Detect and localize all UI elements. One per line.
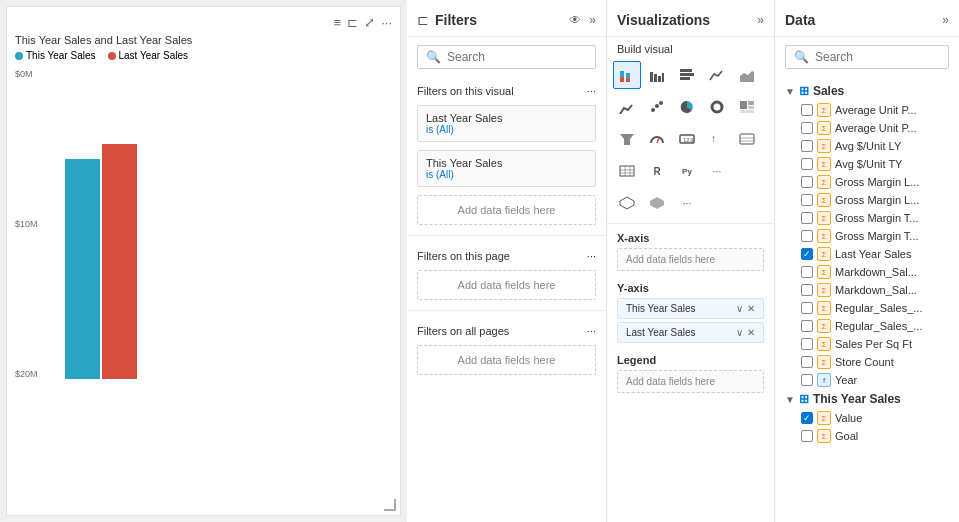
viz-xaxis-placeholder[interactable]: Add data fields here: [617, 248, 764, 271]
list-item[interactable]: Σ Markdown_Sal...: [781, 263, 953, 281]
field-icon-sigma: Σ: [817, 103, 831, 117]
list-item[interactable]: Σ Sales Per Sq Ft: [781, 335, 953, 353]
clustered-bar-chart-icon[interactable]: [643, 61, 671, 89]
slicer-icon[interactable]: [733, 125, 761, 153]
add-data-page-btn[interactable]: Add data fields here: [417, 270, 596, 300]
viz-yaxis-field-1-chevron[interactable]: ∨: [736, 327, 743, 338]
python-visual-icon[interactable]: Py: [673, 157, 701, 185]
matrix-icon[interactable]: R: [643, 157, 671, 185]
hamburger-icon[interactable]: ≡: [334, 15, 342, 30]
viz-yaxis-field-0-close[interactable]: ✕: [747, 303, 755, 314]
filled-map-icon[interactable]: [643, 189, 671, 217]
filters-all-pages-more[interactable]: ···: [587, 325, 596, 337]
list-item[interactable]: Σ Avg $/Unit TY: [781, 155, 953, 173]
item-checkbox[interactable]: [801, 230, 813, 242]
area-chart-icon[interactable]: [733, 61, 761, 89]
more-options-icon[interactable]: ···: [673, 189, 701, 217]
list-item[interactable]: ✓ Σ Last Year Sales: [781, 245, 953, 263]
item-checkbox-checked[interactable]: ✓: [801, 412, 813, 424]
chart-resize-handle[interactable]: [384, 499, 396, 511]
treemap-icon[interactable]: [733, 93, 761, 121]
list-item[interactable]: Σ Average Unit P...: [781, 101, 953, 119]
svg-rect-10: [680, 69, 692, 72]
viz-yaxis-field-1[interactable]: Last Year Sales ∨ ✕: [617, 322, 764, 343]
svg-rect-1: [620, 77, 624, 82]
filter-card-this-year[interactable]: This Year Sales is (All): [417, 150, 596, 187]
focus-icon[interactable]: ⤢: [364, 15, 375, 30]
filters-search-input[interactable]: [447, 50, 587, 64]
svg-rect-17: [740, 101, 747, 109]
item-checkbox[interactable]: [801, 194, 813, 206]
list-item[interactable]: f Year: [781, 371, 953, 389]
more-options-icon[interactable]: ···: [381, 15, 392, 30]
pie-chart-icon[interactable]: [673, 93, 701, 121]
add-data-allpages-btn[interactable]: Add data fields here: [417, 345, 596, 375]
list-item[interactable]: Σ Goal: [781, 427, 953, 445]
viz-yaxis-section: Y-axis This Year Sales ∨ ✕ Last Year Sal…: [607, 278, 774, 350]
filters-on-visual-more[interactable]: ···: [587, 85, 596, 97]
add-data-visual-btn[interactable]: Add data fields here: [417, 195, 596, 225]
filters-expand-icon[interactable]: »: [589, 13, 596, 27]
viz-yaxis-field-0[interactable]: This Year Sales ∨ ✕: [617, 298, 764, 319]
scatter-chart-icon[interactable]: [643, 93, 671, 121]
item-checkbox[interactable]: [801, 104, 813, 116]
tree-group-sales[interactable]: ▼ ⊞ Sales: [781, 81, 953, 101]
item-checkbox[interactable]: [801, 356, 813, 368]
data-search-box[interactable]: 🔍: [785, 45, 949, 69]
list-item[interactable]: Σ Regular_Sales_...: [781, 317, 953, 335]
list-item[interactable]: ✓ Σ Value: [781, 409, 953, 427]
sales-group-label: Sales: [813, 84, 844, 98]
data-expand-icon[interactable]: »: [942, 13, 949, 27]
viz-legend-placeholder[interactable]: Add data fields here: [617, 370, 764, 393]
line-chart-icon[interactable]: [703, 61, 731, 89]
kpi-icon[interactable]: ↑: [703, 125, 731, 153]
svg-rect-20: [740, 110, 754, 113]
ribbon-chart-icon[interactable]: [613, 93, 641, 121]
donut-chart-icon[interactable]: [703, 93, 731, 121]
tree-group-this-year-sales[interactable]: ▼ ⊞ This Year Sales: [781, 389, 953, 409]
item-checkbox[interactable]: [801, 320, 813, 332]
field-icon-sigma: Σ: [817, 247, 831, 261]
item-checkbox[interactable]: [801, 212, 813, 224]
filter-card-last-year[interactable]: Last Year Sales is (All): [417, 105, 596, 142]
filters-search-box[interactable]: 🔍: [417, 45, 596, 69]
funnel-icon[interactable]: [613, 125, 641, 153]
list-item[interactable]: Σ Gross Margin T...: [781, 227, 953, 245]
item-checkbox[interactable]: [801, 284, 813, 296]
list-item[interactable]: Σ Average Unit P...: [781, 119, 953, 137]
table-icon[interactable]: [613, 157, 641, 185]
bar-chart-icon[interactable]: [673, 61, 701, 89]
item-checkbox[interactable]: [801, 302, 813, 314]
list-item[interactable]: Σ Markdown_Sal...: [781, 281, 953, 299]
map-icon[interactable]: [613, 189, 641, 217]
list-item[interactable]: Σ Gross Margin L...: [781, 191, 953, 209]
item-checkbox[interactable]: [801, 176, 813, 188]
list-item[interactable]: Σ Gross Margin L...: [781, 173, 953, 191]
viz-yaxis-field-1-close[interactable]: ✕: [747, 327, 755, 338]
list-item[interactable]: Σ Regular_Sales_...: [781, 299, 953, 317]
item-checkbox-checked[interactable]: ✓: [801, 248, 813, 260]
viz-yaxis-field-0-chevron[interactable]: ∨: [736, 303, 743, 314]
item-checkbox[interactable]: [801, 122, 813, 134]
filters-eye-icon[interactable]: 👁: [569, 13, 581, 27]
data-search-input[interactable]: [815, 50, 940, 64]
item-checkbox[interactable]: [801, 374, 813, 386]
card-icon[interactable]: 123: [673, 125, 701, 153]
item-checkbox[interactable]: [801, 158, 813, 170]
item-checkbox[interactable]: [801, 266, 813, 278]
viz-expand-icon[interactable]: »: [757, 13, 764, 27]
list-item[interactable]: Σ Gross Margin T...: [781, 209, 953, 227]
svg-point-13: [655, 104, 659, 108]
item-checkbox[interactable]: [801, 140, 813, 152]
svg-line-22: [657, 138, 659, 143]
svg-point-16: [715, 105, 719, 109]
list-item[interactable]: Σ Store Count: [781, 353, 953, 371]
item-checkbox[interactable]: [801, 338, 813, 350]
gauge-icon[interactable]: [643, 125, 671, 153]
more-visuals-icon[interactable]: ···: [703, 157, 731, 185]
stacked-bar-chart-icon[interactable]: [613, 61, 641, 89]
filters-on-page-more[interactable]: ···: [587, 250, 596, 262]
filter-icon[interactable]: ⊏: [347, 15, 358, 30]
item-checkbox[interactable]: [801, 430, 813, 442]
list-item[interactable]: Σ Avg $/Unit LY: [781, 137, 953, 155]
